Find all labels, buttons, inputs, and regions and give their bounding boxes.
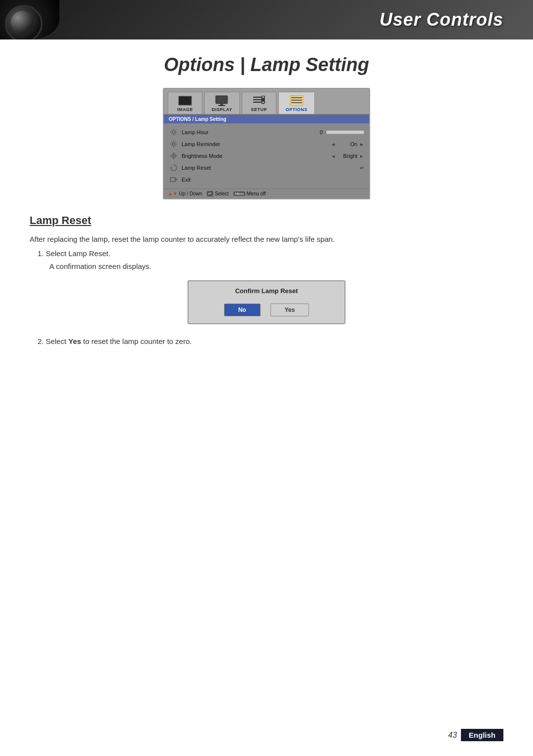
footer-up-down: ▲▼ Up / Down <box>168 191 202 196</box>
display-tab-icon <box>214 95 230 106</box>
menu-row-brightness-mode: Brightness Mode ◄ Bright ► <box>164 150 369 162</box>
step1-sub-text: A confirmation screen displays. <box>49 261 503 272</box>
svg-marker-42 <box>176 178 177 181</box>
tab-image-label: IMAGE <box>177 107 193 112</box>
header-title: User Controls <box>380 9 503 30</box>
svg-rect-40 <box>170 178 175 182</box>
svg-rect-0 <box>179 96 191 105</box>
tab-image[interactable]: IMAGE <box>168 92 202 114</box>
lamp-hour-label: Lamp Hour <box>182 129 320 135</box>
lamp-reset-heading: Lamp Reset <box>30 214 503 227</box>
svg-marker-39 <box>171 166 172 168</box>
lamp-reminder-left-arrow: ◄ <box>331 142 336 147</box>
lamp-reminder-right-arrow: ► <box>359 142 364 147</box>
lamp-reset-label: Lamp Reset <box>182 165 360 171</box>
lamp-reset-enter: ↵ <box>360 165 364 171</box>
lamp-hour-track <box>325 130 364 134</box>
setup-tab-icon <box>251 95 267 106</box>
osd-breadcrumb: OPTIONS / Lamp Setting <box>164 115 369 123</box>
enter-icon: ↵ <box>207 191 213 196</box>
step2-text: 2. Select Yes to reset the lamp counter … <box>38 336 503 347</box>
lamp-reset-body: After replacing the lamp, reset the lamp… <box>30 234 503 245</box>
footer-menu-off: Menu Menu off <box>233 191 266 196</box>
footer-select: ↵ Select <box>207 191 228 196</box>
menu-row-exit: Exit <box>164 174 369 186</box>
svg-rect-4 <box>253 97 261 98</box>
menu-row-lamp-reset: Lamp Reset ↵ <box>164 162 369 174</box>
lamp-reminder-label: Lamp Reminder <box>182 141 331 147</box>
image-tab-icon <box>177 95 193 106</box>
svg-point-14 <box>172 131 175 134</box>
lamp-reminder-icon: ! <box>169 140 179 148</box>
svg-rect-13 <box>291 102 302 103</box>
confirm-dialog: Confirm Lamp Reset No Yes <box>188 280 345 324</box>
svg-line-29 <box>176 146 177 147</box>
brightness-icon <box>169 152 179 160</box>
tab-options[interactable]: OPTIONS <box>278 92 315 114</box>
brightness-mode-label: Brightness Mode <box>182 153 331 159</box>
confirm-dialog-buttons: No Yes <box>189 300 344 323</box>
svg-rect-6 <box>253 102 261 103</box>
svg-point-34 <box>173 155 175 157</box>
step1-text: 1. Select Lamp Reset. <box>38 248 503 260</box>
menu-off-label: Menu off <box>247 191 266 196</box>
svg-line-28 <box>171 142 172 143</box>
osd-footer: ▲▼ Up / Down ↵ Select Menu Menu off <box>164 189 369 198</box>
step2-bold: Yes <box>69 337 81 345</box>
confirm-dialog-title: Confirm Lamp Reset <box>189 281 344 300</box>
svg-rect-12 <box>291 100 302 101</box>
osd-menu: IMAGE DISPLAY <box>163 88 370 199</box>
lamp-hour-value: 0 <box>320 129 323 135</box>
svg-rect-1 <box>216 96 228 104</box>
lamp-reminder-value: On <box>338 141 357 147</box>
options-tab-icon <box>289 95 305 106</box>
menu-row-lamp-hour: Lamp Hour 0 <box>164 126 369 138</box>
svg-text:!: ! <box>173 143 173 146</box>
brightness-left-arrow: ◄ <box>331 153 336 159</box>
language-badge: English <box>461 729 503 741</box>
svg-line-22 <box>171 134 172 135</box>
tab-options-label: OPTIONS <box>286 107 307 112</box>
confirm-no-button[interactable]: No <box>224 303 261 316</box>
osd-tabs: IMAGE DISPLAY <box>164 89 369 115</box>
lens-decoration <box>0 0 59 39</box>
page-footer: 43 English <box>448 729 503 741</box>
confirm-yes-button[interactable]: Yes <box>270 303 309 316</box>
svg-rect-11 <box>291 97 302 98</box>
step2-prefix: 2. Select <box>38 337 69 345</box>
lamp-reset-icon <box>169 164 179 172</box>
lamp-hour-fill <box>325 131 326 134</box>
tab-setup-label: SETUP <box>251 107 267 112</box>
page-number: 43 <box>448 731 457 740</box>
lamp-hour-bar: 0 <box>320 129 364 135</box>
tab-setup[interactable]: SETUP <box>242 92 276 114</box>
section-title: Options | Lamp Setting <box>30 54 503 76</box>
svg-line-30 <box>176 142 177 143</box>
brightness-right-arrow: ► <box>359 153 364 159</box>
page-content: Options | Lamp Setting IMAGE <box>0 39 533 378</box>
header-bar: User Controls <box>0 0 533 39</box>
menu-row-lamp-reminder: ! Lamp Reminder ◄ On ► <box>164 138 369 150</box>
svg-line-19 <box>171 130 172 131</box>
select-label: Select <box>215 191 228 196</box>
brightness-mode-value: Bright <box>338 153 357 159</box>
svg-rect-2 <box>220 104 223 105</box>
osd-menu-body: Lamp Hour 0 <box>164 123 369 189</box>
svg-rect-5 <box>253 99 261 100</box>
up-down-arrow-icon: ▲▼ <box>168 191 178 196</box>
lamp-hour-icon <box>169 128 179 136</box>
exit-icon <box>169 176 179 184</box>
svg-rect-3 <box>218 105 225 106</box>
menu-icon: Menu <box>233 191 245 196</box>
svg-line-31 <box>171 146 172 147</box>
step2-suffix: to reset the lamp counter to zero. <box>81 337 191 345</box>
svg-line-20 <box>176 134 177 135</box>
exit-label: Exit <box>182 177 364 183</box>
tab-display[interactable]: DISPLAY <box>204 92 240 114</box>
tab-display-label: DISPLAY <box>212 107 232 112</box>
svg-line-21 <box>176 130 177 131</box>
up-down-label: Up / Down <box>179 191 202 196</box>
